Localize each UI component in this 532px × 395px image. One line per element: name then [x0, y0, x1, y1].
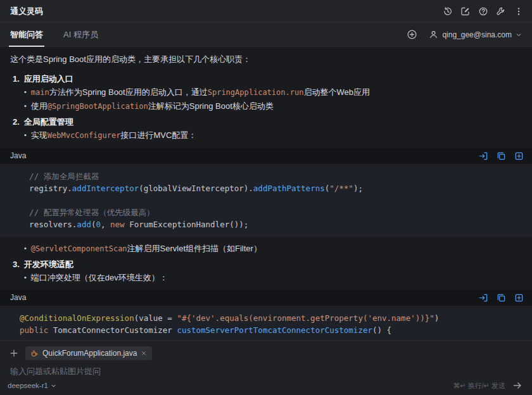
inline-code: @ServletComponentScan — [31, 244, 127, 253]
shortcut-hint: ⌘↵ 换行/↵ 发送 — [453, 381, 505, 391]
chat-input[interactable] — [10, 367, 522, 376]
close-icon[interactable] — [141, 350, 147, 356]
text-segment: 端口冲突处理（仅在dev环境生效）： — [31, 273, 168, 282]
text-segment: 全局配置管理 — [24, 117, 73, 127]
list-marker: • — [24, 86, 27, 99]
list-item-text: 全局配置管理 — [24, 116, 73, 128]
text-segment: 应用启动入口 — [24, 74, 73, 84]
text-segment: 接口进行MVC配置： — [120, 130, 196, 140]
list-item-text: 开发环境适配 — [24, 258, 73, 270]
list-item-text: 应用启动入口 — [24, 73, 73, 85]
message-list-item: •main方法作为Spring Boot应用的启动入口，通过SpringAppl… — [0, 85, 532, 99]
java-file-icon — [30, 349, 39, 358]
add-context-icon[interactable] — [8, 347, 20, 360]
text-segment: (value = — [134, 313, 177, 323]
tongyi-lingma-panel: 通义灵码 — [0, 0, 532, 395]
model-name: deepseek-r1 — [8, 382, 48, 389]
chat-messages: 这个类是Spring Boot应用的启动类，主要承担以下几个核心职责：1.应用启… — [0, 47, 532, 341]
context-file-chip[interactable]: QuickForumApplication.java — [25, 346, 152, 360]
tab-label: AI 程序员 — [63, 29, 98, 41]
text-segment: "/**" — [329, 184, 353, 193]
code-line: resolvers.add(0, new ForumExceptionHandl… — [10, 218, 522, 230]
code-line: // 添加全局拦截器 — [10, 170, 522, 182]
inline-code: main — [31, 88, 49, 97]
text-segment: // 配置异常处理器（优先级最高） — [10, 208, 155, 217]
list-item-text: 使用@SpringBootApplication注解标记为Spring Boot… — [31, 100, 274, 113]
account-email: qing_gee@sina.com — [442, 30, 512, 39]
list-marker: 2. — [13, 116, 20, 128]
message-list-item: 1.应用启动入口 — [0, 72, 532, 85]
insert-new-file-icon[interactable] — [512, 149, 526, 163]
message-list-item: •端口冲突处理（仅在dev环境生效）： — [0, 271, 532, 284]
code-line: @ConditionalOnExpression(value = "#{'dev… — [10, 312, 522, 324]
code-block-header: Java — [0, 289, 532, 306]
copy-code-icon[interactable] — [494, 291, 508, 304]
insert-code-icon[interactable] — [476, 149, 490, 163]
text-segment: ); — [353, 184, 363, 193]
code-line: registry.addInterceptor(globalViewInterc… — [10, 182, 522, 194]
tab-smart-qa[interactable]: 智能问答 — [0, 23, 53, 46]
message-list-item: 3.开发环境适配 — [0, 258, 532, 271]
text-segment: addPathPatterns — [253, 184, 325, 193]
text-segment: addInterceptor — [72, 184, 139, 193]
code-language-label: Java — [10, 151, 26, 160]
insert-code-icon[interactable] — [476, 291, 490, 304]
text-segment: 注解启用Servlet组件扫描（如Filter） — [127, 244, 262, 253]
text-segment: 实现 — [31, 130, 48, 140]
text-segment: new — [110, 220, 125, 229]
composer: QuickForumApplication.java deepseek-r1 — [0, 341, 532, 395]
help-icon[interactable] — [475, 3, 491, 20]
tab-ai-programmer[interactable]: AI 程序员 — [53, 23, 108, 46]
text-segment: registry. — [10, 184, 72, 193]
code-block: Java @ConditionalOnExpression(value = "#… — [0, 289, 532, 341]
code-actions — [476, 291, 526, 304]
account-menu[interactable]: qing_gee@sina.com — [425, 27, 526, 42]
list-item-text: 实现WebMvcConfigurer接口进行MVC配置： — [31, 129, 196, 142]
message-list-item: 2.全局配置管理 — [0, 115, 532, 129]
list-marker: 3. — [13, 258, 20, 270]
text-segment: customServerPortTomcatConnectorCustomize… — [177, 325, 372, 335]
text-segment: // 添加全局拦截器 — [10, 172, 99, 181]
send-area: ⌘↵ 换行/↵ 发送 — [453, 379, 524, 392]
text-segment: ForumExceptionHandler()); — [125, 220, 249, 229]
code-content: // 添加全局拦截器 registry.addInterceptor(globa… — [0, 164, 532, 237]
tools-icon[interactable] — [493, 3, 509, 20]
history-icon[interactable] — [440, 3, 456, 20]
tab-label: 智能问答 — [10, 29, 43, 41]
chevron-down-icon — [51, 383, 56, 389]
message-list-item: •使用@SpringBootApplication注解标记为Spring Boo… — [0, 99, 532, 113]
tab-bar: 智能问答 AI 程序员 qing_gee@sina.com — [0, 23, 532, 47]
text-segment: 启动整个Web应用 — [303, 87, 370, 97]
input-row — [8, 360, 524, 380]
list-item-text: 端口冲突处理（仅在dev环境生效）： — [31, 272, 168, 284]
copy-code-icon[interactable] — [494, 149, 508, 163]
list-marker: 1. — [13, 73, 20, 85]
text-segment: ) — [434, 313, 440, 323]
text-segment: 开发环境适配 — [24, 260, 73, 269]
text-segment: () { — [372, 325, 391, 335]
text-segment: TomcatConnectorCustomizer — [48, 325, 177, 335]
code-line: public TomcatConnectorCustomizer customS… — [10, 324, 522, 336]
inline-code: SpringApplication.run — [208, 88, 304, 97]
send-icon[interactable] — [510, 379, 524, 392]
text-segment: 这个类是Spring Boot应用的启动类，主要承担以下几个核心职责： — [10, 54, 251, 64]
chevron-down-icon — [516, 32, 522, 38]
list-marker: • — [24, 272, 27, 284]
text-segment: , — [101, 220, 110, 229]
code-block: Java // 添加全局拦截器 registry.addInterceptor(… — [0, 147, 532, 237]
text-segment: public — [10, 325, 48, 335]
more-icon[interactable] — [510, 3, 527, 20]
composer-bottom: deepseek-r1 ⌘↵ 换行/↵ 发送 — [8, 380, 524, 391]
list-item-text: main方法作为Spring Boot应用的启动入口，通过SpringAppli… — [31, 86, 370, 99]
text-segment: 注解标记为Spring Boot核心启动类 — [148, 101, 274, 111]
code-line: // 配置异常处理器（优先级最高） — [10, 206, 522, 218]
tabs: 智能问答 AI 程序员 — [0, 23, 108, 46]
insert-new-file-icon[interactable] — [512, 291, 526, 304]
list-marker: • — [24, 242, 27, 255]
new-session-icon[interactable] — [457, 3, 474, 20]
inline-code: @SpringBootApplication — [48, 102, 148, 111]
model-selector[interactable]: deepseek-r1 — [8, 382, 56, 389]
app-title: 通义灵码 — [10, 6, 43, 17]
text-segment: "#{'dev'.equals(environment.getProperty(… — [177, 313, 434, 323]
new-conversation-icon[interactable] — [403, 27, 420, 43]
